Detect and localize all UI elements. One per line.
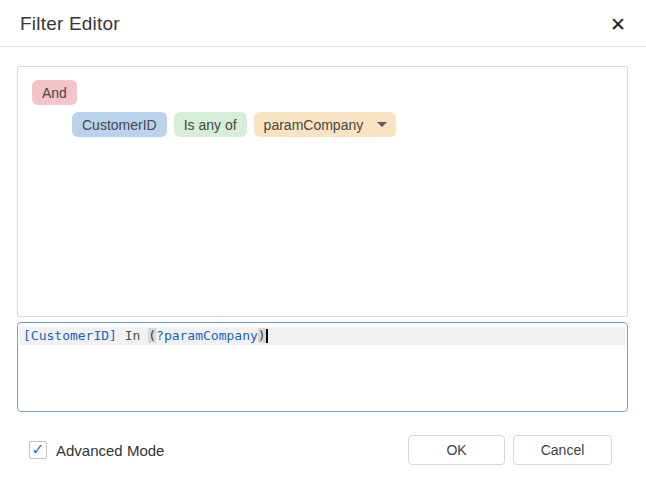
group-row: And (32, 80, 77, 105)
close-button[interactable]: ✕ (604, 10, 632, 38)
expression-editor[interactable]: [CustomerID] In (?paramCompany) (17, 322, 628, 412)
close-icon: ✕ (610, 15, 626, 34)
text-cursor (266, 329, 268, 343)
ok-button[interactable]: OK (408, 435, 505, 465)
dialog-header: Filter Editor ✕ (0, 0, 646, 47)
expression-token-field: [CustomerID] (23, 328, 117, 343)
filter-builder-panel: And CustomerID Is any of paramCompany (17, 66, 628, 317)
expression-token-open-paren: ( (148, 328, 156, 343)
advanced-mode-control: ✓ Advanced Mode (29, 435, 164, 465)
condition-value-pill[interactable]: paramCompany (254, 112, 397, 137)
group-operator-pill[interactable]: And (32, 80, 77, 105)
expression-token-keyword: In (117, 328, 148, 343)
advanced-mode-label[interactable]: Advanced Mode (56, 442, 164, 459)
expression-token-parameter: ?paramCompany (156, 328, 258, 343)
condition-value-label: paramCompany (264, 117, 364, 133)
expression-line: [CustomerID] In (?paramCompany) (23, 328, 268, 345)
cancel-button[interactable]: Cancel (513, 435, 612, 465)
condition-operator-pill[interactable]: Is any of (174, 112, 247, 137)
chevron-down-icon (377, 122, 387, 127)
page-title: Filter Editor (20, 0, 120, 47)
expression-token-close-paren: ) (258, 328, 266, 343)
check-icon: ✓ (31, 442, 44, 458)
condition-row: CustomerID Is any of paramCompany (72, 112, 396, 137)
condition-field-pill[interactable]: CustomerID (72, 112, 167, 137)
advanced-mode-checkbox[interactable]: ✓ (29, 441, 47, 459)
